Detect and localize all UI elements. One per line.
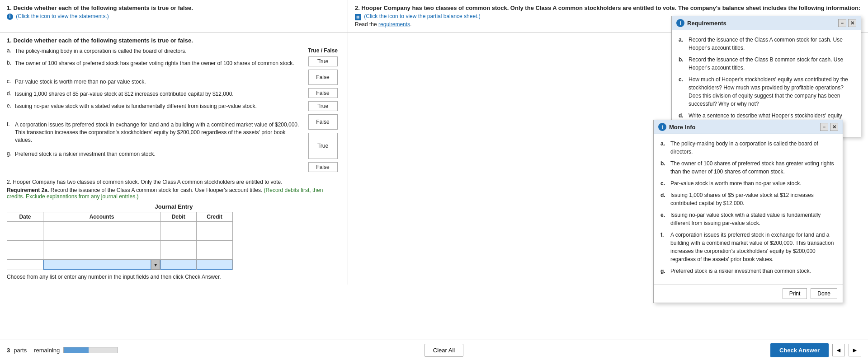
debit-input-4[interactable]: [160, 250, 196, 259]
done-button[interactable]: Done: [811, 288, 837, 299]
more-info-icon: i: [658, 123, 666, 131]
requirements-close-btn[interactable]: ✕: [848, 19, 856, 27]
bottom-bar: 3 parts remaining Clear All Check Answer…: [0, 340, 868, 360]
section2: 2. Hooper Company has two classes of com…: [7, 179, 341, 280]
credit-input-4[interactable]: [197, 250, 232, 259]
info-item-f: f. A corporation issues its preferred st…: [660, 231, 836, 263]
left-panel: 1. Decide whether each of the following …: [0, 33, 348, 285]
clear-all-button[interactable]: Clear All: [425, 344, 463, 357]
info-item-d: d. Issuing 1,000 shares of $5 par-value …: [660, 191, 836, 207]
info-text-g: Preferred stock is a riskier investment …: [670, 267, 836, 275]
progress-bar-fill: [64, 347, 89, 353]
info-text-c: Par-value stock is worth more than no-pa…: [670, 179, 836, 187]
debit-input-2[interactable]: [160, 231, 196, 240]
check-answer-button[interactable]: Check Answer: [770, 343, 829, 357]
tf-column-header: True / False: [308, 47, 338, 54]
account-input-2[interactable]: [43, 231, 160, 240]
more-info-panel-body: a. The policy-making body in a corporati…: [654, 134, 843, 284]
journal-section: Journal Entry Date Accounts Debit Credit: [7, 203, 341, 270]
statement-c: c. Par-value stock is worth more than no…: [7, 78, 305, 88]
statement-b: b. The owner of 100 shares of preferred …: [7, 60, 305, 76]
nav-next-button[interactable]: ►: [849, 344, 861, 356]
more-info-panel: i More Info − ✕ a. The policy-making bod…: [653, 120, 843, 303]
col-debit: Debit: [160, 212, 197, 222]
debit-input-5[interactable]: [160, 260, 196, 270]
requirements-link[interactable]: requirements: [378, 21, 410, 28]
problem1-title: 1. Decide whether each of the following …: [7, 5, 341, 11]
statement-g: g. Preferred stock is a riskier investme…: [7, 150, 305, 160]
tf-answers: True / False True False False T: [305, 47, 341, 174]
req2a-text: Record the issuance of the Class A commo…: [51, 187, 263, 193]
stmt-text-b: The owner of 100 shares of preferred sto…: [15, 60, 305, 67]
requirements-minimize-btn[interactable]: −: [838, 19, 846, 27]
journal-row-3: [7, 241, 233, 250]
account-input-5[interactable]: [43, 260, 151, 270]
more-info-minimize-btn[interactable]: −: [820, 123, 828, 131]
req-label-a: a.: [679, 36, 685, 52]
req-item-a: a. Record the issuance of the Class A co…: [679, 36, 854, 52]
stmt-label-f: f.: [7, 121, 15, 127]
more-info-panel-title: More Info: [669, 124, 817, 131]
date-input-1[interactable]: [7, 222, 43, 231]
credit-input-2[interactable]: [197, 231, 232, 240]
account-input-4[interactable]: [43, 250, 160, 259]
debit-input-1[interactable]: [160, 222, 196, 231]
date-input-3[interactable]: [7, 241, 43, 250]
account-input-3[interactable]: [43, 241, 160, 250]
debit-input-3[interactable]: [160, 241, 196, 250]
req-label-b: b.: [679, 56, 685, 72]
answer-f: True: [308, 133, 338, 159]
journal-row-1: [7, 222, 233, 231]
info-text-a: The policy-making body in a corporation …: [670, 140, 836, 156]
stmt-label-a: a.: [7, 47, 15, 54]
info-label-c: c.: [660, 179, 667, 187]
date-input-5[interactable]: [7, 260, 43, 269]
requirements-panel-controls: − ✕: [838, 19, 856, 27]
stmt-text-a: The policy-making body in a corporation …: [15, 47, 305, 55]
journal-title: Journal Entry: [7, 203, 341, 210]
stmt-label-e: e.: [7, 103, 15, 109]
answer-g: False: [308, 162, 338, 172]
info-text-b: The owner of 100 shares of preferred sto…: [670, 159, 836, 176]
requirements-panel-header: i Requirements − ✕: [672, 16, 861, 30]
more-info-close-btn[interactable]: ✕: [830, 123, 838, 131]
requirements-panel: i Requirements − ✕ a. Record the issuanc…: [671, 16, 861, 137]
answer-b: False: [308, 70, 338, 85]
info-label-b: b.: [660, 159, 667, 176]
dropdown-arrow[interactable]: ▼: [151, 260, 160, 270]
col-credit: Credit: [197, 212, 233, 222]
statement-e: e. Issuing no-par value stock with a sta…: [7, 103, 305, 119]
stmt-label-c: c.: [7, 78, 15, 84]
credit-input-3[interactable]: [197, 241, 232, 250]
credit-input-1[interactable]: [197, 222, 232, 231]
main-container: 1. Decide whether each of the following …: [0, 0, 868, 360]
progress-bar: [63, 347, 118, 353]
parts-label: parts: [14, 347, 27, 354]
req-item-b: b. Record the issuance of the Class B co…: [679, 56, 854, 72]
account-input-1[interactable]: [43, 222, 160, 231]
nav-prev-button[interactable]: ◄: [832, 344, 845, 356]
info-item-e: e. Issuing no-par value stock with a sta…: [660, 211, 836, 227]
account-dropdown-container: ▼: [43, 260, 160, 270]
info-item-a: a. The policy-making body in a corporati…: [660, 140, 836, 156]
req-text-a: Record the issuance of the Class A commo…: [689, 36, 854, 52]
stmt-text-g: Preferred stock is a riskier investment …: [15, 150, 305, 158]
date-input-4[interactable]: [7, 250, 43, 259]
req-text-b: Record the issuance of the Class B commo…: [689, 56, 854, 72]
stmt-text-d: Issuing 1,000 shares of $5 par-value sto…: [15, 90, 305, 98]
more-info-panel-controls: − ✕: [820, 123, 838, 131]
top-left-problem: 1. Decide whether each of the following …: [0, 0, 348, 32]
info-label-a: a.: [660, 140, 667, 156]
date-input-2[interactable]: [7, 231, 43, 240]
parts-count: 3: [7, 347, 10, 354]
col-accounts: Accounts: [43, 212, 160, 222]
answer-e: False: [308, 114, 338, 130]
print-button[interactable]: Print: [783, 288, 807, 299]
stmt-text-c: Par-value stock is worth more than no-pa…: [15, 78, 305, 86]
req-item-c: c. How much of Hooper's stockholders' eq…: [679, 75, 854, 108]
credit-input-5[interactable]: [197, 260, 232, 270]
info-item-c: c. Par-value stock is worth more than no…: [660, 179, 836, 187]
problem1-click-link[interactable]: i (Click the icon to view the statements…: [7, 13, 341, 20]
grid-icon: ▦: [355, 14, 361, 20]
remaining-label: remaining: [34, 347, 60, 354]
